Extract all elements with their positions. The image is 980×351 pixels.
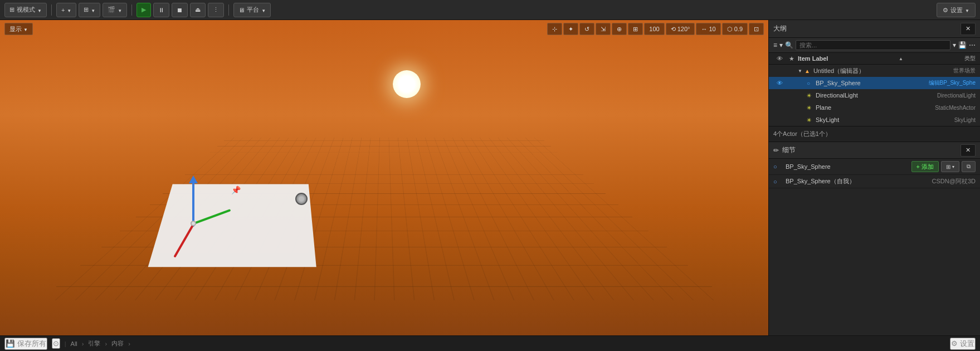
snap-btn[interactable]: ↔ 10 <box>696 23 720 35</box>
camera-cursor <box>295 193 308 205</box>
eye-col-header: 👁 <box>773 55 786 62</box>
bp-sky-sphere-icon: ○ <box>807 80 816 86</box>
display-button[interactable]: 显示 <box>4 23 33 35</box>
mode-button[interactable]: ⊞ 视模式 <box>4 3 47 17</box>
settings-icon: ⚙ <box>943 7 948 14</box>
outliner-item-bp-sky-sphere[interactable]: 👁 ○ BP_Sky_Sphere 编辑BP_Sky_Sphe <box>769 77 980 89</box>
engine-label[interactable]: 引擎 <box>88 339 100 348</box>
untitled-type: 世界场景 <box>903 67 976 75</box>
platform-button[interactable]: 🖥 平台 <box>233 3 271 17</box>
search-input[interactable] <box>796 40 950 50</box>
source-control-icon: ⊙ <box>53 339 59 348</box>
details-close-button[interactable]: ✕ <box>961 144 976 157</box>
stop-button[interactable]: ⏹ <box>172 3 188 17</box>
outliner-close-button[interactable]: ✕ <box>961 23 976 35</box>
outliner-item-directional-light[interactable]: ✳ DirectionalLight DirectionalLight <box>769 89 980 101</box>
sequence-button[interactable]: 🎬 <box>103 3 127 17</box>
sort-icon: ▲ <box>899 56 903 61</box>
save-search-icon: 💾 <box>958 41 967 49</box>
mode-dropdown-icon <box>37 7 42 13</box>
platform-dropdown-icon <box>261 7 266 13</box>
outliner-item-skylight[interactable]: ✳ SkyLight SkyLight <box>769 114 980 126</box>
grid-dropdown-icon: ▾ <box>952 164 954 169</box>
actor-count: 4个Actor（已选1个） <box>769 126 980 142</box>
untitled-icon: ▲ <box>805 68 813 74</box>
details-item2-label: BP_Sky_Sphere（自我） <box>786 177 932 186</box>
settings-dropdown-icon <box>965 7 969 13</box>
options-button[interactable]: ⋮ <box>208 3 224 17</box>
sequence-icon: 🎬 <box>108 6 115 13</box>
sequence-dropdown-icon <box>118 7 122 13</box>
skylight-type: SkyLight <box>903 117 976 123</box>
directional-light-type: DirectionalLight <box>903 92 976 99</box>
mode-icon: ⊞ <box>9 6 14 13</box>
scale-tool[interactable]: ⇲ <box>596 23 611 35</box>
details-item1-icon: ○ <box>773 163 782 170</box>
settings-button[interactable]: ⚙ 设置 <box>937 3 976 17</box>
star-col-header: ★ <box>786 55 798 62</box>
add-button[interactable]: + <box>56 3 76 17</box>
outliner-item-plane[interactable]: ✳ Plane StaticMeshActor <box>769 101 980 114</box>
outliner-item-untitled[interactable]: ▲ Untitled（编辑器） 世界场景 <box>769 65 980 77</box>
platform-icon: 🖥 <box>238 7 245 13</box>
transform-tool[interactable]: ⊕ <box>612 23 627 35</box>
save-all-button[interactable]: 💾 保存所有 <box>4 338 47 350</box>
layout-button[interactable]: ⊞ <box>79 3 100 17</box>
right-panel: 大纲 ✕ ≡ ▾ 🔍 ▾ 💾 ⋯ 👁 ★ Item Label ▲ 类型 <box>768 20 980 335</box>
sep1 <box>51 4 52 16</box>
y-axis-arrow <box>192 182 194 227</box>
top-toolbar: ⊞ 视模式 + ⊞ 🎬 ▶ ⏸ ⏹ ⏏ ⋮ 🖥 平台 ⚙ 设置 <box>0 0 980 20</box>
skylight-label: SkyLight <box>816 116 903 123</box>
outliner-column-header: 👁 ★ Item Label ▲ 类型 <box>769 53 980 65</box>
outliner-title: 大纲 <box>773 24 787 33</box>
main-area: 📌 显示 ⊹ ✦ ↺ ⇲ ⊕ ⊞ 100 ⟲ <box>0 20 980 335</box>
add-dropdown-icon <box>67 7 71 13</box>
display-dropdown-icon <box>23 26 28 32</box>
bp-sky-sphere-type: 编辑BP_Sky_Sphe <box>903 79 976 87</box>
sep2 <box>131 4 132 16</box>
untitled-label: Untitled（编辑器） <box>813 67 903 75</box>
outliner-search-bar: ≡ ▾ 🔍 ▾ 💾 ⋯ <box>769 38 980 53</box>
details-row-2: ○ BP_Sky_Sphere（自我） CSDN@阿杖3D <box>769 175 980 188</box>
scale-btn[interactable]: ⬡ 0.9 <box>722 23 748 35</box>
surface-snap-tool[interactable]: ⊞ <box>628 23 643 35</box>
play-button[interactable]: ▶ <box>136 3 151 17</box>
rotate-tool[interactable]: ↺ <box>579 23 594 35</box>
add-icon: + <box>61 7 65 13</box>
filter-icon: ≡ <box>773 41 777 49</box>
content-all-label[interactable]: All <box>71 340 77 347</box>
details-header: ✏ 细节 ✕ <box>769 142 980 159</box>
details-title: 细节 <box>782 145 796 155</box>
status-settings-button[interactable]: ⚙ 设置 <box>950 338 976 350</box>
details-item1-label: BP_Sky_Sphere <box>786 163 911 170</box>
move-tool[interactable]: ✦ <box>563 23 578 35</box>
copy-button[interactable]: ⧉ <box>962 161 976 172</box>
maximize-btn[interactable]: ⊡ <box>749 23 764 35</box>
viewport-left-controls: 显示 <box>4 23 33 35</box>
expand-untitled-icon <box>798 69 802 74</box>
gizmo-center <box>191 221 196 226</box>
sun <box>393 70 421 98</box>
stop-icon: ⏹ <box>177 7 183 13</box>
search-icon: 🔍 <box>785 41 793 49</box>
viewport[interactable]: 📌 显示 ⊹ ✦ ↺ ⇲ ⊕ ⊞ 100 ⟲ <box>0 20 768 335</box>
layout-icon: ⊞ <box>84 6 89 13</box>
select-tool[interactable]: ⊹ <box>547 23 562 35</box>
y-axis-head <box>189 176 198 183</box>
breadcrumb-arrow2: › <box>105 340 107 347</box>
save-icon: 💾 <box>6 339 15 348</box>
angle-btn[interactable]: ⟲ 120° <box>666 23 695 35</box>
grid-size-btn[interactable]: 100 <box>644 23 664 35</box>
eject-button[interactable]: ⏏ <box>190 3 206 17</box>
layout-dropdown-icon <box>91 7 95 13</box>
content-label[interactable]: 内容 <box>111 339 124 348</box>
details-item2-icon: ○ <box>773 178 782 185</box>
pause-button[interactable]: ⏸ <box>153 3 169 17</box>
label-col-header: Item Label <box>798 55 899 62</box>
source-control-button[interactable]: ⊙ <box>52 338 60 349</box>
status-settings-icon: ⚙ <box>951 339 958 348</box>
options-icon: ⋮ <box>213 6 219 13</box>
add-component-button[interactable]: + 添加 <box>911 161 939 172</box>
details-actions: + 添加 ⊞ ▾ ⧉ <box>911 161 976 172</box>
grid-view-button[interactable]: ⊞ ▾ <box>941 161 959 172</box>
